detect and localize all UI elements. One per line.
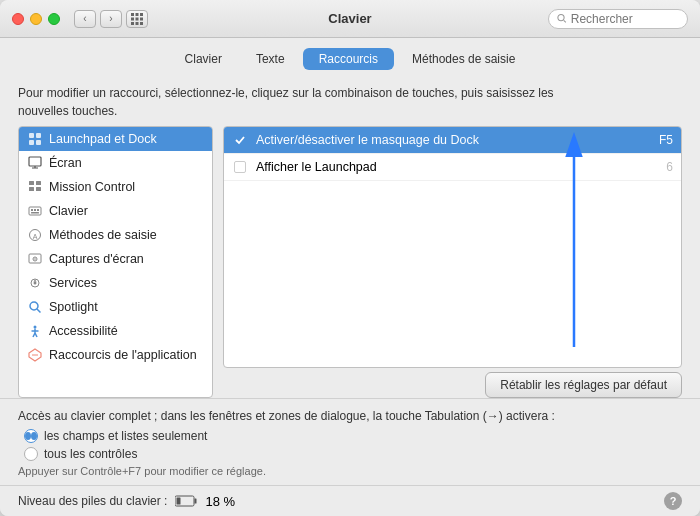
svg-rect-12: [36, 133, 41, 138]
sidebar-item-spotlight[interactable]: Spotlight: [19, 295, 212, 319]
help-button[interactable]: ?: [664, 492, 682, 510]
sidebar-label-spotlight: Spotlight: [49, 300, 98, 314]
svg-rect-15: [29, 157, 41, 166]
svg-point-9: [558, 15, 564, 21]
svg-rect-4: [136, 17, 139, 20]
close-button[interactable]: [12, 13, 24, 25]
check-launchpad[interactable]: [232, 159, 248, 175]
sidebar: Launchpad et Dock Écran Mission Control: [18, 126, 213, 398]
sidebar-item-services[interactable]: Services: [19, 271, 212, 295]
tab-methodes[interactable]: Méthodes de saisie: [396, 48, 531, 70]
radio-group: les champs et listes seulement tous les …: [18, 429, 682, 461]
battery-value: 18 %: [205, 494, 235, 509]
main-window: ‹ › Clavier Clavi: [0, 0, 700, 516]
svg-line-10: [564, 20, 566, 22]
svg-rect-6: [131, 22, 134, 25]
minimize-button[interactable]: [30, 13, 42, 25]
bottom-section: Accès au clavier complet ; dans les fenê…: [0, 398, 700, 485]
shortcut-key-dock: F5: [643, 133, 673, 147]
description-line2: nouvelles touches.: [18, 104, 117, 118]
shortcut-item-launchpad[interactable]: Afficher le Launchpad 6: [224, 154, 681, 181]
sidebar-item-accessibilite[interactable]: Accessibilité: [19, 319, 212, 343]
radio-label-champs: les champs et listes seulement: [44, 429, 207, 443]
screen-icon: [27, 155, 43, 171]
sidebar-item-mission[interactable]: Mission Control: [19, 175, 212, 199]
radio-champs-selected[interactable]: [24, 429, 38, 443]
sidebar-item-ecran[interactable]: Écran: [19, 151, 212, 175]
shortcut-list: Activer/désactiver le masquage du Dock F…: [223, 126, 682, 368]
svg-rect-1: [136, 13, 139, 16]
search-input[interactable]: [571, 12, 679, 26]
svg-rect-7: [136, 22, 139, 25]
svg-line-40: [35, 333, 37, 337]
svg-rect-20: [29, 187, 34, 191]
accessibility-icon: [27, 323, 43, 339]
main-content: Launchpad et Dock Écran Mission Control: [0, 126, 700, 398]
shortcut-label-dock: Activer/désactiver le masquage du Dock: [256, 133, 635, 147]
grid-button[interactable]: [126, 10, 148, 28]
forward-button[interactable]: ›: [100, 10, 122, 28]
svg-point-36: [34, 326, 37, 329]
svg-rect-13: [29, 140, 34, 145]
svg-point-31: [34, 258, 36, 260]
titlebar: ‹ › Clavier: [0, 0, 700, 38]
svg-rect-21: [36, 187, 41, 191]
svg-point-34: [30, 302, 38, 310]
reset-defaults-button[interactable]: Rétablir les réglages par défaut: [485, 372, 682, 398]
svg-rect-5: [140, 17, 143, 20]
svg-line-35: [37, 309, 41, 313]
services-icon: [27, 275, 43, 291]
sidebar-item-raccourcis-app[interactable]: Raccourcis de l'application: [19, 343, 212, 367]
svg-rect-19: [36, 181, 41, 185]
sidebar-label-raccourcis-app: Raccourcis de l'application: [49, 348, 197, 362]
maximize-button[interactable]: [48, 13, 60, 25]
sidebar-label-accessibilite: Accessibilité: [49, 324, 118, 338]
reset-btn-wrapper: Rétablir les réglages par défaut: [485, 372, 682, 398]
radio-label-controles: tous les contrôles: [44, 447, 137, 461]
sidebar-label-services: Services: [49, 276, 97, 290]
battery-svg: [175, 495, 197, 507]
svg-rect-3: [131, 17, 134, 20]
tab-raccourcis[interactable]: Raccourcis: [303, 48, 394, 70]
description: Pour modifier un raccourci, sélectionnez…: [0, 76, 700, 126]
svg-rect-18: [29, 181, 34, 185]
battery-label: Niveau des piles du clavier :: [18, 494, 167, 508]
shortcut-item-dock[interactable]: Activer/désactiver le masquage du Dock F…: [224, 127, 681, 154]
app-shortcuts-icon: [27, 347, 43, 363]
traffic-lights: [12, 13, 60, 25]
window-title: Clavier: [328, 11, 371, 26]
spotlight-icon: [27, 299, 43, 315]
sidebar-item-captures[interactable]: Captures d'écran: [19, 247, 212, 271]
sidebar-item-clavier[interactable]: Clavier: [19, 199, 212, 223]
tab-clavier[interactable]: Clavier: [169, 48, 238, 70]
right-panel: Activer/désactiver le masquage du Dock F…: [223, 126, 682, 398]
check-dock[interactable]: [232, 132, 248, 148]
svg-rect-24: [34, 209, 36, 211]
svg-point-33: [34, 282, 37, 285]
sidebar-label-mission: Mission Control: [49, 180, 135, 194]
svg-text:A: A: [33, 233, 38, 240]
search-box[interactable]: [548, 9, 688, 29]
radio-controles[interactable]: [24, 447, 38, 461]
bottom-title: Accès au clavier complet ; dans les fenê…: [18, 409, 682, 423]
sidebar-item-methodes[interactable]: A Méthodes de saisie: [19, 223, 212, 247]
svg-rect-25: [37, 209, 39, 211]
sidebar-label-methodes: Méthodes de saisie: [49, 228, 157, 242]
svg-rect-47: [177, 498, 181, 505]
tab-texte[interactable]: Texte: [240, 48, 301, 70]
input-icon: A: [27, 227, 43, 243]
svg-rect-8: [140, 22, 143, 25]
screenshot-icon: [27, 251, 43, 267]
back-button[interactable]: ‹: [74, 10, 96, 28]
sidebar-label-clavier: Clavier: [49, 204, 88, 218]
launchpad-icon: [27, 131, 43, 147]
sidebar-item-launchpad[interactable]: Launchpad et Dock: [19, 127, 212, 151]
radio-item-champs[interactable]: les champs et listes seulement: [24, 429, 682, 443]
search-icon: [557, 13, 567, 24]
sidebar-label-captures: Captures d'écran: [49, 252, 144, 266]
sidebar-label-ecran: Écran: [49, 156, 82, 170]
svg-rect-2: [140, 13, 143, 16]
nav-buttons: ‹ ›: [74, 10, 122, 28]
radio-item-controles[interactable]: tous les contrôles: [24, 447, 682, 461]
svg-rect-23: [31, 209, 33, 211]
